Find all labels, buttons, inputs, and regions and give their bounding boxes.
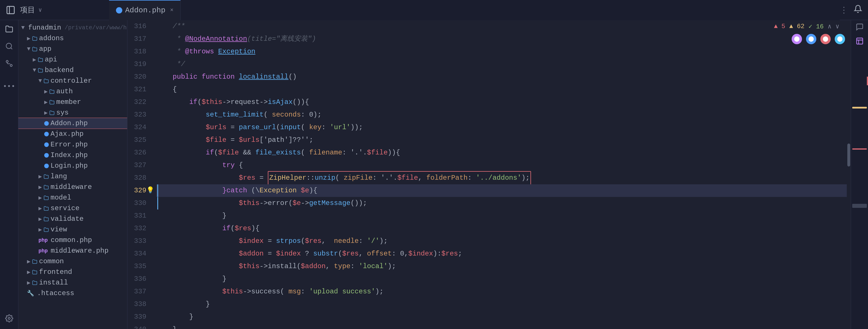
tab-filename: Addon.php <box>125 6 165 14</box>
svg-point-10 <box>8 318 10 320</box>
code-line-318: * @throws Exception <box>156 46 847 58</box>
right-panel-icon-1[interactable] <box>856 23 864 33</box>
more-options-icon[interactable]: ⋮ <box>840 5 848 15</box>
sidebar: ▼ funadmin /private/var/www/html/funadmi… <box>19 20 127 329</box>
code-line-336: } <box>156 273 847 286</box>
ln-326: 326 <box>127 146 146 159</box>
sidebar-item-label-install: install <box>39 279 68 287</box>
sys-folder-icon <box>50 110 55 115</box>
sidebar-item-addon-php[interactable]: Addon.php <box>19 118 127 129</box>
sidebar-toggle-icon[interactable] <box>5 4 17 16</box>
scrollbar-thumb[interactable] <box>847 144 850 167</box>
addons-chevron-icon: ▶ <box>27 35 30 42</box>
ln-331: 331 <box>127 210 146 222</box>
top-bar: 项目 ∨ Addon.php × ⋮ <box>0 0 868 20</box>
sidebar-item-validate[interactable]: ▶ validate <box>19 214 127 224</box>
backend-folder-icon <box>38 68 43 73</box>
sidebar-item-lang[interactable]: ▶ lang <box>19 171 127 182</box>
line-gutter-bar <box>157 184 158 197</box>
sidebar-item-label-service: service <box>51 204 80 212</box>
sidebar-item-frontend[interactable]: ▶ frontend <box>19 267 127 277</box>
sidebar-item-middleware-php[interactable]: php middleware.php <box>19 245 127 256</box>
sidebar-item-label-controller: controller <box>51 77 92 85</box>
service-folder-icon <box>43 206 49 211</box>
notifications-icon[interactable] <box>854 5 862 16</box>
ln-330: 330 <box>127 197 146 210</box>
sidebar-item-middleware[interactable]: ▶ middleware <box>19 182 127 192</box>
sidebar-item-service[interactable]: ▶ service <box>19 203 127 214</box>
sidebar-item-install[interactable]: ▶ install <box>19 277 127 288</box>
sidebar-item-label-validate: validate <box>51 215 84 223</box>
project-label[interactable]: 项目 <box>20 5 35 15</box>
svg-rect-0 <box>7 6 14 14</box>
activity-settings-icon[interactable] <box>3 312 15 324</box>
minimap-viewport[interactable] <box>852 204 867 208</box>
code-container[interactable]: 316 317 318 319 320 321 322 323 324 325 … <box>127 20 851 329</box>
middleware-folder-icon <box>43 185 49 190</box>
controller-chevron-icon: ▼ <box>38 78 42 84</box>
code-line-329: 💡 }catch (\Exception $e){ <box>156 184 847 197</box>
ln-327: 327 <box>127 159 146 172</box>
sidebar-item-api[interactable]: ▶ api <box>19 54 127 65</box>
activity-dots-icon[interactable]: ••• <box>3 80 15 92</box>
sidebar-item-label-app: app <box>39 45 51 53</box>
api-folder-icon <box>38 57 43 62</box>
code-line-339: } <box>156 310 847 323</box>
code-lines: /** * @NodeAnnotation(title="离线安装") * @t… <box>150 20 847 329</box>
validate-chevron-icon: ▶ <box>38 215 42 222</box>
sidebar-item-login-php[interactable]: Login.php <box>19 160 127 171</box>
htaccess-icon: 🔧 <box>27 290 34 297</box>
sidebar-item-label-error-php: Error.php <box>51 141 88 148</box>
code-line-340: } <box>156 323 847 329</box>
sidebar-item-error-php[interactable]: Error.php <box>19 139 127 150</box>
editor-area: 316 317 318 319 320 321 322 323 324 325 … <box>127 20 851 329</box>
app-folder-icon <box>32 47 37 52</box>
sidebar-item-backend[interactable]: ▼ backend <box>19 65 127 76</box>
sidebar-item-label-frontend: frontend <box>39 268 72 276</box>
sidebar-item-controller[interactable]: ▼ controller <box>19 76 127 86</box>
project-chevron-icon[interactable]: ∨ <box>38 6 42 13</box>
sidebar-item-sys[interactable]: ▶ sys <box>19 108 127 118</box>
validate-folder-icon <box>43 216 49 221</box>
sidebar-item-common-php[interactable]: php common.php <box>19 235 127 245</box>
line-numbers: 316 317 318 319 320 321 322 323 324 325 … <box>127 20 150 329</box>
activity-files-icon[interactable] <box>3 23 15 35</box>
tab-close-icon[interactable]: × <box>170 7 174 13</box>
frontend-folder-icon <box>32 270 37 275</box>
code-line-325: $file = $urls['path']??''; <box>156 134 847 146</box>
member-chevron-icon: ▶ <box>44 98 48 106</box>
top-bar-right: ⋮ <box>840 5 868 16</box>
sidebar-item-label-view: view <box>51 226 67 233</box>
ln-321: 321 <box>127 83 146 96</box>
sidebar-item-ajax-php[interactable]: Ajax.php <box>19 129 127 139</box>
code-line-323: set_time_limit( seconds: 0); <box>156 109 847 121</box>
vertical-scrollbar[interactable] <box>847 20 851 329</box>
svg-line-7 <box>11 48 12 49</box>
top-bar-left: 项目 ∨ <box>0 4 109 16</box>
sidebar-item-member[interactable]: ▶ member <box>19 97 127 108</box>
sidebar-item-htaccess[interactable]: 🔧 .htaccess <box>19 288 127 299</box>
activity-search-icon[interactable] <box>3 40 15 52</box>
sidebar-item-app[interactable]: ▼ app <box>19 43 127 54</box>
code-line-320: public function localinstall() <box>156 71 847 83</box>
sidebar-item-root[interactable]: ▼ funadmin /private/var/www/html/funadmi… <box>19 22 127 33</box>
sidebar-item-view[interactable]: ▶ view <box>19 224 127 235</box>
install-folder-icon <box>32 280 37 286</box>
sidebar-item-label-member: member <box>56 98 81 106</box>
sidebar-item-index-php[interactable]: Index.php <box>19 150 127 160</box>
sidebar-item-label-login-php: Login.php <box>51 162 88 170</box>
sidebar-item-addons[interactable]: ▶ addons <box>19 33 127 43</box>
ln-329: 329 <box>127 184 146 197</box>
right-panel-icon-2[interactable] <box>856 37 864 47</box>
editor-tab-addon[interactable]: Addon.php × <box>109 0 181 20</box>
ln-324: 324 <box>127 121 146 134</box>
code-line-330: $this->error($e->getMessage()); <box>156 197 847 210</box>
sidebar-item-label-common: common <box>39 258 64 265</box>
activity-git-icon[interactable] <box>3 57 15 69</box>
install-chevron-icon: ▶ <box>27 279 30 286</box>
sidebar-item-common[interactable]: ▶ common <box>19 256 127 267</box>
root-label: funadmin <box>28 24 61 32</box>
sidebar-item-auth[interactable]: ▶ auth <box>19 86 127 97</box>
sidebar-item-model[interactable]: ▶ model <box>19 192 127 203</box>
app-chevron-icon: ▼ <box>27 46 30 52</box>
